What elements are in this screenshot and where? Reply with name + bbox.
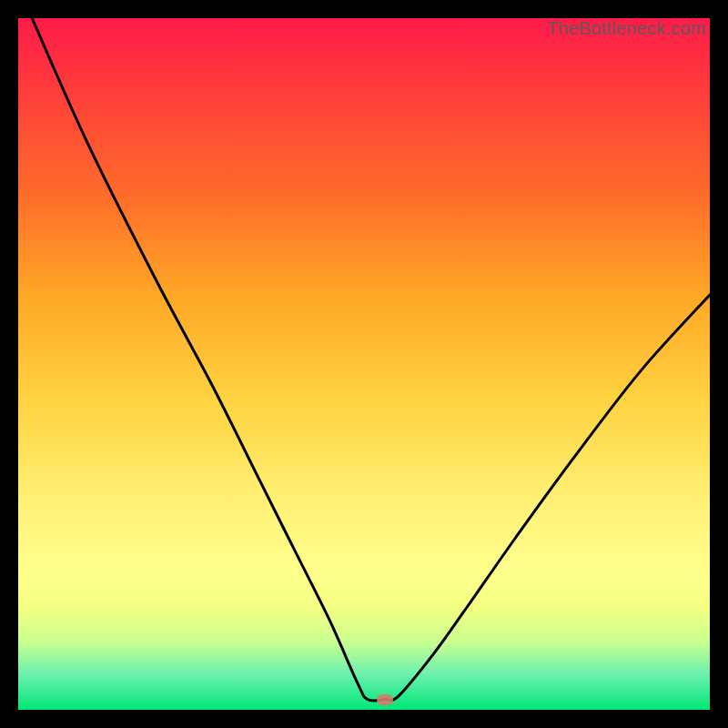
optimum-marker: [377, 694, 393, 705]
bottleneck-curve: [32, 18, 710, 701]
curve-svg: [18, 18, 710, 710]
plot-area: TheBottleneck.com: [18, 18, 710, 710]
watermark-text: TheBottleneck.com: [547, 18, 706, 39]
chart-frame: TheBottleneck.com: [0, 0, 728, 728]
